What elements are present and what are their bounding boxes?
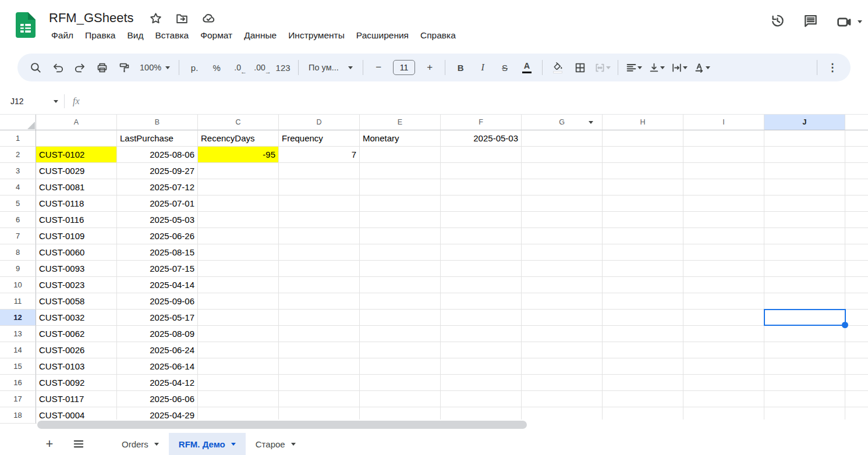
text-color-button[interactable]: A (517, 58, 537, 77)
menu-item-7[interactable]: Расширения (350, 28, 414, 43)
cell-E4[interactable] (360, 179, 441, 195)
cell-C9[interactable] (198, 261, 279, 277)
cell-J9[interactable] (764, 261, 845, 277)
cell-B7[interactable]: 2025-06-26 (117, 228, 198, 244)
cell-D1[interactable]: Frequency (279, 130, 360, 147)
cell-I14[interactable] (683, 342, 764, 358)
menu-item-3[interactable]: Вставка (150, 28, 195, 43)
document-title[interactable]: RFM_GSheets (49, 10, 134, 26)
cell-F5[interactable] (441, 195, 522, 212)
menu-item-8[interactable]: Справка (414, 28, 462, 43)
cell-E12[interactable] (360, 310, 441, 326)
cell-F10[interactable] (441, 277, 522, 293)
decrease-font-size-button[interactable]: − (369, 58, 388, 77)
decrease-decimals-button[interactable]: .0← (229, 58, 249, 77)
paint-format-button[interactable] (114, 58, 134, 77)
cell-B14[interactable]: 2025-06-24 (117, 342, 198, 358)
sheet-tab-caret-icon[interactable] (291, 443, 296, 446)
cell-I11[interactable] (683, 293, 764, 310)
cell-F7[interactable] (441, 228, 522, 244)
cell-D16[interactable] (279, 375, 360, 391)
cell-A3[interactable]: CUST-0029 (36, 163, 117, 179)
cell-C4[interactable] (198, 179, 279, 195)
cell-I13[interactable] (683, 326, 764, 342)
menu-item-5[interactable]: Данные (238, 28, 282, 43)
cell-H11[interactable] (603, 293, 683, 310)
fill-color-button[interactable] (548, 58, 568, 77)
cell-D4[interactable] (279, 179, 360, 195)
sheet-tab-1[interactable]: RFM. Демо (169, 433, 246, 455)
row-header-11[interactable]: 11 (0, 293, 36, 310)
name-box[interactable]: J12 (0, 97, 58, 106)
font-family-select[interactable]: По ум... (304, 58, 357, 77)
cell-I10[interactable] (683, 277, 764, 293)
row-header-10[interactable]: 10 (0, 277, 36, 293)
cell-E11[interactable] (360, 293, 441, 310)
cell-A11[interactable]: CUST-0058 (36, 293, 117, 310)
cell-D3[interactable] (279, 163, 360, 179)
cell-F6[interactable] (441, 212, 522, 228)
cell-D14[interactable] (279, 342, 360, 358)
cell-A14[interactable]: CUST-0026 (36, 342, 117, 358)
cell-E16[interactable] (360, 375, 441, 391)
version-history-icon[interactable] (770, 13, 785, 31)
cloud-saved-icon[interactable] (201, 11, 215, 25)
cell-F15[interactable] (441, 358, 522, 375)
currency-format-button[interactable]: р. (185, 58, 204, 77)
cell-D6[interactable] (279, 212, 360, 228)
cell-C1[interactable]: RecencyDays (198, 130, 279, 147)
row-header-15[interactable]: 15 (0, 358, 36, 375)
row-header-9[interactable]: 9 (0, 261, 36, 277)
cell-G14[interactable] (522, 342, 603, 358)
cell-C6[interactable] (198, 212, 279, 228)
row-header-5[interactable]: 5 (0, 195, 36, 212)
cell-A17[interactable]: CUST-0117 (36, 391, 117, 407)
cell-H15[interactable] (603, 358, 683, 375)
cell-I9[interactable] (683, 261, 764, 277)
cell-E9[interactable] (360, 261, 441, 277)
cell-D9[interactable] (279, 261, 360, 277)
cell-J3[interactable] (764, 163, 845, 179)
cell-I1[interactable] (683, 130, 764, 147)
cell-I8[interactable] (683, 244, 764, 261)
cell-D11[interactable] (279, 293, 360, 310)
add-sheet-button[interactable]: + (42, 433, 57, 455)
cell-J5[interactable] (764, 195, 845, 212)
menu-item-1[interactable]: Правка (79, 28, 121, 43)
cell-F4[interactable] (441, 179, 522, 195)
cell-A5[interactable]: CUST-0118 (36, 195, 117, 212)
cell-C10[interactable] (198, 277, 279, 293)
cell-F8[interactable] (441, 244, 522, 261)
menu-item-4[interactable]: Формат (194, 28, 238, 43)
cell-E13[interactable] (360, 326, 441, 342)
column-header-F[interactable]: F (441, 115, 522, 130)
cell-I4[interactable] (683, 179, 764, 195)
merge-cells-button[interactable] (592, 58, 612, 77)
row-header-18[interactable]: 18 (0, 407, 36, 424)
cell-G9[interactable] (522, 261, 603, 277)
cell-J16[interactable] (764, 375, 845, 391)
row-header-2[interactable]: 2 (0, 147, 36, 163)
cell-B6[interactable]: 2025-05-03 (117, 212, 198, 228)
row-header-14[interactable]: 14 (0, 342, 36, 358)
cell-E2[interactable] (360, 147, 441, 163)
text-wrap-button[interactable] (669, 58, 689, 77)
cell-D2[interactable]: 7 (279, 147, 360, 163)
column-header-J[interactable]: J (764, 115, 845, 130)
cell-H9[interactable] (603, 261, 683, 277)
cell-C11[interactable] (198, 293, 279, 310)
row-header-16[interactable]: 16 (0, 375, 36, 391)
cell-E7[interactable] (360, 228, 441, 244)
star-icon[interactable] (149, 12, 162, 25)
cell-E8[interactable] (360, 244, 441, 261)
cell-F16[interactable] (441, 375, 522, 391)
cell-H4[interactable] (603, 179, 683, 195)
cell-D12[interactable] (279, 310, 360, 326)
cell-E10[interactable] (360, 277, 441, 293)
cell-C8[interactable] (198, 244, 279, 261)
cell-G11[interactable] (522, 293, 603, 310)
cell-D15[interactable] (279, 358, 360, 375)
cell-F3[interactable] (441, 163, 522, 179)
cell-I16[interactable] (683, 375, 764, 391)
cell-E14[interactable] (360, 342, 441, 358)
